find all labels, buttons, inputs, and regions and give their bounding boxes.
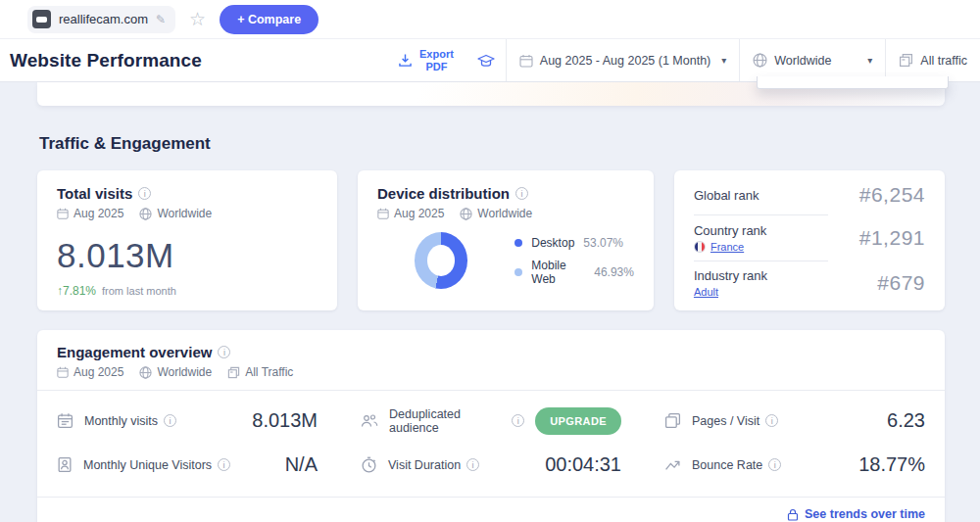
engagement-title: Engagement overview [57, 344, 212, 360]
legend-label: Mobile Web [531, 259, 585, 286]
top-bar: reallifecam.com ✎ ☆ + Compare [0, 0, 980, 39]
device-donut-chart [415, 232, 467, 289]
global-rank-row: Global rank #6,254 [694, 175, 925, 214]
traffic-layers-icon [227, 366, 240, 379]
download-icon [398, 53, 413, 68]
date-range-selector[interactable]: Aug 2025 - Aug 2025 (1 Month) ▾ [507, 39, 739, 81]
globe-icon [460, 208, 472, 220]
metric-pages-per-visit: Pages / Visit 6.23 [664, 399, 925, 443]
metric-monthly-unique-visitors: Monthly Unique Visitors N/A [57, 443, 318, 487]
bounce-icon [664, 457, 681, 472]
legend-item-desktop: Desktop 53.07% [514, 236, 634, 250]
favorite-star-icon[interactable]: ☆ [189, 10, 206, 28]
total-visits-title: Total visits [57, 185, 132, 202]
rank-value: #6,254 [859, 183, 925, 207]
unique-visitors-icon [57, 456, 73, 473]
legend-item-mobile-web: Mobile Web 46.93% [514, 259, 634, 286]
info-icon[interactable] [515, 187, 528, 200]
france-flag-icon [694, 241, 706, 253]
info-icon[interactable] [466, 458, 479, 471]
engagement-period: Aug 2025 [74, 365, 123, 379]
pages-icon [664, 412, 681, 429]
graduation-cap-icon [476, 53, 496, 69]
country-rank-row: Country rank France #1,291 [694, 215, 925, 261]
device-distribution-card: Device distribution Aug 2025 Worldwide [358, 170, 654, 310]
device-distribution-title: Device distribution [377, 185, 510, 202]
traffic-layers-icon [899, 53, 913, 68]
metric-bounce-rate: Bounce Rate 18.77% [664, 443, 925, 487]
rank-label: Industry rank [694, 268, 767, 283]
rank-label: Global rank [694, 188, 759, 203]
calendar-icon [57, 366, 69, 378]
metric-label: Deduplicated audience [389, 407, 506, 435]
upgrade-button[interactable]: UPGRADE [535, 407, 621, 435]
calendar-icon [57, 412, 74, 429]
rank-value: #679 [877, 271, 925, 295]
see-trends-link[interactable]: See trends over time [805, 507, 925, 521]
chevron-down-icon: ▾ [867, 55, 872, 66]
calendar-icon [57, 208, 69, 219]
industry-link[interactable]: Adult [694, 286, 718, 298]
globe-icon [753, 53, 767, 68]
country-value: Worldwide [774, 54, 831, 68]
traffic-value: All traffic [920, 54, 967, 68]
legend-dot [514, 239, 522, 247]
engagement-meta: Aug 2025 Worldwide All Traffic [57, 365, 925, 379]
metric-visit-duration: Visit Duration 00:04:31 [361, 443, 621, 487]
info-icon[interactable] [765, 414, 778, 427]
metric-value: 6.23 [887, 409, 925, 432]
edit-pencil-icon[interactable]: ✎ [156, 13, 166, 26]
metric-label: Visit Duration [388, 458, 461, 472]
export-pdf-button[interactable]: Export PDF [385, 39, 466, 81]
info-icon[interactable] [768, 458, 781, 471]
legend-label: Desktop [531, 236, 574, 250]
legend-dot [514, 268, 522, 276]
info-icon[interactable] [512, 414, 524, 427]
total-visits-card: Total visits Aug 2025 Worldwide 8.013M ↑… [37, 170, 337, 310]
info-icon[interactable] [218, 458, 230, 471]
content-area: Traffic & Engagement Total visits Aug 20… [0, 82, 980, 522]
metric-value: 00:04:31 [545, 453, 621, 476]
metric-label: Monthly Unique Visitors [83, 458, 212, 472]
metric-label: Monthly visits [84, 414, 158, 428]
traffic-selector[interactable]: All traffic [886, 39, 980, 81]
site-tab[interactable]: reallifecam.com ✎ [27, 6, 175, 33]
metric-value: N/A [285, 453, 318, 476]
globe-icon [139, 208, 152, 220]
device-distribution-meta: Aug 2025 Worldwide [377, 207, 634, 220]
date-range-value: Aug 2025 - Aug 2025 (1 Month) [540, 54, 710, 68]
country-dropdown-panel[interactable] [757, 76, 949, 89]
globe-icon [139, 366, 152, 379]
lock-icon [787, 508, 799, 521]
engagement-region: Worldwide [157, 365, 212, 379]
country-selector[interactable]: Worldwide ▾ [740, 39, 885, 81]
change-note: from last month [102, 285, 176, 297]
info-icon[interactable] [218, 346, 230, 358]
total-visits-value: 8.013M [57, 236, 318, 275]
industry-rank-row: Industry rank Adult #679 [694, 261, 925, 306]
chevron-down-icon: ▾ [721, 55, 726, 66]
country-link[interactable]: France [710, 241, 744, 253]
site-favicon [32, 10, 51, 28]
total-visits-meta: Aug 2025 Worldwide [57, 207, 318, 220]
rank-card: Global rank #6,254 Country rank France #… [674, 170, 945, 310]
engagement-overview-card: Engagement overview Aug 2025 Worldwide A… [37, 330, 945, 522]
legend-value: 46.93% [594, 265, 634, 279]
info-icon[interactable] [164, 414, 176, 427]
device-legend: Desktop 53.07% Mobile Web 46.93% [514, 236, 634, 286]
metric-value: 8.013M [252, 409, 318, 432]
clock-icon [361, 456, 377, 473]
metric-value: 18.77% [858, 453, 925, 476]
legend-value: 53.07% [583, 236, 623, 250]
calendar-icon [377, 208, 389, 219]
learn-button[interactable] [466, 39, 506, 81]
info-icon[interactable] [138, 187, 151, 200]
rank-value: #1,291 [859, 226, 925, 250]
engagement-traffic: All Traffic [245, 365, 293, 379]
export-pdf-label: Export PDF [419, 48, 454, 72]
compare-button[interactable]: + Compare [220, 5, 318, 34]
metric-monthly-visits: Monthly visits 8.013M [57, 399, 318, 443]
engagement-metrics-grid: Monthly visits 8.013M Deduplicated audie… [37, 390, 945, 497]
device-distribution-region: Worldwide [477, 207, 532, 220]
page-title: Website Performance [0, 39, 385, 81]
